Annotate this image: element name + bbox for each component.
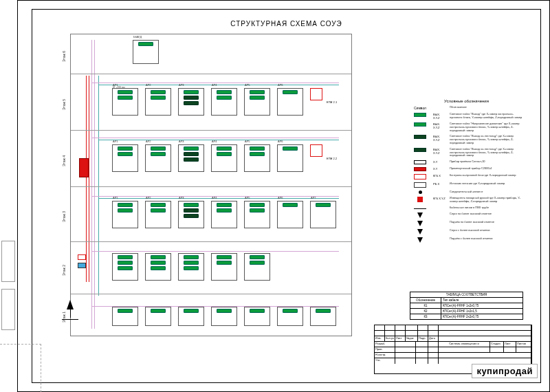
device-label: АР2: [146, 196, 151, 199]
legend-desc: Световое табло "Выход" где X-номер контр…: [450, 113, 523, 120]
indicator-dark: [184, 152, 199, 156]
legend-code: ВЫХ. X.Y.Z: [433, 148, 447, 155]
drawing-sheet: СТРУКТУРНАЯ СХЕМА СОУЭ: [17, 0, 550, 392]
indicator-green: [316, 309, 331, 313]
tb-date: Дата: [428, 336, 439, 341]
device-label: АР4: [212, 83, 217, 87]
legend-symbol-icon: [410, 229, 430, 235]
legend-row: X.YПромежуточный прибор С2000-4: [410, 167, 523, 171]
tb-izm: Изм.: [375, 336, 385, 341]
table-row: К1КПСнг(А)-FRHF 1х2х0,75: [410, 303, 522, 309]
device-label: АР4: [212, 140, 217, 143]
table-row: К3КПСнг(А)-FRHF 2х2х0,75: [410, 314, 522, 319]
legend-code: ВЫХ. X.Y.Z: [433, 122, 447, 129]
legend-symbol-icon: [410, 221, 430, 226]
floor-label: Этаж 3: [62, 210, 66, 221]
indicator-green: [250, 208, 265, 213]
watermark: купипродай: [472, 364, 538, 378]
indicator-green: [283, 90, 298, 94]
legend-symbol-icon: [410, 213, 430, 218]
floor-6: Этаж 6 БКАГД: [71, 34, 351, 74]
legend-row: Подъём по более высокой отметке: [410, 221, 523, 226]
etm-label: ETM 2.1: [327, 100, 337, 104]
corr-title: ТАБЛИЦА СООТВЕТСТВИЯ: [410, 292, 522, 298]
corr-header-2: Тип кабеля: [441, 298, 522, 303]
indicator-green: [217, 146, 232, 151]
tb-list: Лист: [395, 336, 406, 341]
corr-cell: К1: [410, 303, 441, 308]
legend-desc: Прибор приёмно Сигнал-10: [450, 160, 523, 164]
legend-row: РБ XИсточник питания где X-порядковый но…: [410, 182, 523, 188]
legend-symbol-icon: [410, 148, 430, 152]
legend-header-sym: Символ: [410, 106, 430, 110]
fold-marks: [0, 344, 41, 392]
corr-cell: К2: [410, 309, 441, 314]
device-box: АР2: [145, 201, 171, 228]
legend-row: Подъём с более высокой отметки: [410, 237, 523, 243]
binding-margin: [0, 0, 17, 392]
indicator-green: [217, 208, 232, 213]
indicator-green: [250, 146, 265, 151]
device-box: АР1КГ -200 мм: [112, 88, 138, 116]
indicator-green: [250, 261, 265, 265]
indicator-green: [151, 203, 166, 207]
legend-code: КГБ X.Y.Z: [433, 197, 447, 200]
device-box: БКАГД: [133, 40, 159, 64]
legend-row: Кабельные линии в ПВХ трубе: [410, 206, 523, 210]
device-label: АР5: [245, 83, 250, 87]
device-label: АР3: [179, 140, 184, 143]
legend-symbol-icon: [410, 182, 430, 188]
schematic-area: Этаж 6 БКАГД Этаж 5 Этаж 4 Этаж 3 Этаж: [70, 34, 352, 336]
device-box: АР6: [277, 201, 303, 228]
device-box: АР1: [112, 144, 138, 172]
indicator-green: [250, 152, 265, 156]
control-panel: [79, 158, 89, 177]
device-box: [244, 307, 270, 326]
device-sub: КГ -200 мм: [113, 86, 125, 89]
strip-sign: [1, 241, 15, 282]
device-label: АР6: [278, 196, 283, 199]
corr-cell: К3: [410, 314, 441, 319]
device-label: АР1: [113, 140, 118, 143]
indicator-green: [184, 266, 199, 270]
indicator-green: [118, 208, 133, 213]
legend-desc: Кабельные линии в ПВХ трубе: [450, 206, 523, 210]
device-label: АР5: [245, 196, 250, 199]
device-box: АР1: [112, 201, 138, 228]
device-box: АР4: [211, 201, 237, 228]
legend-code: X.Y: [433, 160, 447, 164]
indicator-green: [184, 261, 199, 265]
indicator-dark: [184, 96, 199, 100]
legend-panel: Условные обозначения Символ Обозначение …: [410, 99, 523, 246]
legend-symbol-icon: [410, 197, 430, 202]
tb-sign: Подп.: [418, 336, 428, 341]
legend-row: КГБ XКонтрольно-пусковой блок где X-поря…: [410, 174, 523, 179]
legend-desc: Световое табло "Направление движения" гд…: [450, 122, 523, 132]
device-box: [244, 253, 270, 281]
legend-code: ВЫХ. X.Y.Z: [433, 113, 447, 120]
tb-kol: Кол.уч: [385, 336, 395, 341]
tb-sheet: Лист: [504, 342, 516, 347]
indicator-green: [118, 261, 133, 265]
legend-desc: Спуск по более высокой отметке: [450, 213, 523, 216]
device-label: АР2: [146, 140, 151, 143]
tb-project: Система оповещения и: [439, 342, 490, 347]
tb-role: Пров.: [375, 347, 395, 352]
rb-block: [78, 263, 86, 268]
device-label: АР5: [245, 140, 250, 143]
legend-symbol-icon: [410, 190, 430, 194]
indicator-green: [184, 255, 199, 259]
legend-title: Условные обозначения: [410, 99, 523, 103]
indicator-green: [151, 261, 166, 265]
device-box: АР5: [244, 201, 270, 228]
floor-label: Этаж 5: [62, 98, 66, 109]
device-box: [211, 307, 237, 326]
legend-symbol-icon: [410, 167, 430, 171]
corr-cell: КПСнг(А)-FRHF 2х2х0,75: [441, 314, 522, 319]
indicator-dark: [184, 214, 199, 218]
device-box: АР6: [277, 88, 303, 116]
tb-role: Утв.: [375, 358, 395, 364]
detector-box: [310, 88, 322, 100]
indicator-green: [138, 42, 153, 46]
indicator-dark: [184, 157, 199, 162]
